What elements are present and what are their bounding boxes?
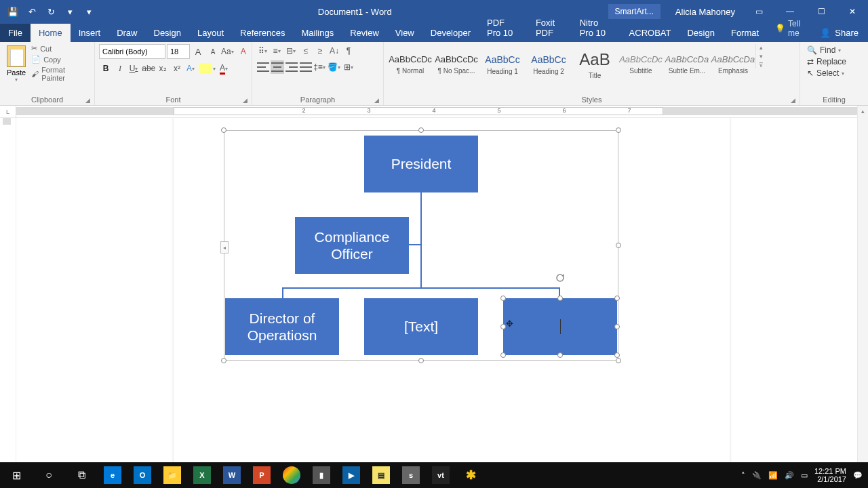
shape-handle-e[interactable]	[614, 324, 620, 329]
share-button[interactable]: 👤 Share	[810, 24, 868, 42]
taskbar-app5[interactable]: ✱	[456, 462, 486, 488]
resize-handle-e[interactable]	[616, 243, 621, 248]
tray-input-icon[interactable]: ▭	[801, 471, 808, 480]
style-item-7[interactable]: AaBbCcDaEmphasis	[711, 44, 755, 85]
style-item-0[interactable]: AaBbCcDc¶ Normal	[388, 44, 433, 85]
text-effects-button[interactable]: A▾	[184, 62, 198, 75]
tray-volume-icon[interactable]: 🔊	[785, 471, 794, 480]
taskbar-outlook[interactable]: O	[127, 462, 157, 488]
replace-button[interactable]: ⇄Replace	[807, 57, 846, 66]
copy-button[interactable]: 📄Copy	[31, 55, 90, 64]
clipboard-launcher[interactable]: ◢	[85, 97, 90, 104]
change-case-button[interactable]: Aa▾	[221, 45, 235, 58]
grow-font-button[interactable]: A	[191, 45, 205, 58]
tellme-search[interactable]: 💡 Tell me	[767, 15, 810, 42]
resize-handle-nw[interactable]	[221, 127, 226, 133]
shape-handle-n[interactable]	[557, 296, 563, 301]
clear-formatting-button[interactable]: A	[237, 45, 250, 58]
tab-home[interactable]: Home	[31, 24, 71, 42]
taskbar-word[interactable]: W	[217, 462, 247, 488]
undo-button[interactable]: ↶	[23, 3, 41, 20]
shape-handle-w[interactable]	[500, 324, 506, 329]
superscript-button[interactable]: x²	[170, 62, 184, 75]
scroll-up-button[interactable]: ▴	[858, 106, 868, 117]
style-item-3[interactable]: AaBbCcHeading 2	[526, 44, 571, 85]
org-box-president[interactable]: President	[364, 136, 478, 192]
tab-foxit[interactable]: Foxit PDF	[528, 14, 572, 42]
tab-insert[interactable]: Insert	[71, 24, 109, 42]
user-name[interactable]: Alicia Mahoney	[667, 7, 743, 17]
font-color-button[interactable]: A▾	[218, 62, 231, 75]
select-button[interactable]: ↖Select ▾	[807, 68, 846, 78]
taskbar-app1[interactable]: ▮	[307, 462, 336, 488]
resize-handle-ne[interactable]	[616, 127, 621, 133]
taskbar-app2[interactable]: ▶	[336, 462, 366, 488]
tab-review[interactable]: Review	[342, 24, 387, 42]
styles-more-button[interactable]: ▴▾⊽	[755, 44, 766, 68]
style-item-6[interactable]: AaBbCcDaSubtle Em...	[665, 44, 709, 85]
tab-selector[interactable]: L	[0, 106, 16, 118]
taskbar-powerpoint[interactable]: P	[247, 462, 277, 488]
tray-power-icon[interactable]: 🔌	[752, 471, 762, 480]
org-box-director[interactable]: Director of Operatiosn	[225, 298, 339, 355]
ruler[interactable]: L 2 3 4 5 6 7	[0, 106, 868, 118]
show-marks-button[interactable]: ¶	[342, 44, 355, 58]
styles-launcher[interactable]: ◢	[791, 97, 795, 104]
align-left-button[interactable]	[256, 60, 270, 74]
strikethrough-button[interactable]: abc	[142, 62, 155, 75]
shape-handle-nw[interactable]	[500, 296, 506, 301]
text-pane-toggle[interactable]: ◂	[220, 241, 229, 253]
smartart-frame[interactable]: ◂ President Compliance Officer Director …	[224, 130, 618, 361]
tab-acrobat[interactable]: ACROBAT	[621, 24, 679, 42]
subscript-button[interactable]: x₂	[156, 62, 170, 75]
justify-button[interactable]	[299, 60, 313, 74]
taskbar-app3[interactable]: s	[396, 462, 426, 488]
resize-handle-s[interactable]	[418, 358, 424, 363]
tab-draw[interactable]: Draw	[108, 24, 145, 42]
tray-notifications-icon[interactable]: 💬	[853, 471, 863, 480]
taskbar-app4[interactable]: vt	[426, 462, 456, 488]
tab-references[interactable]: References	[232, 24, 293, 42]
underline-button[interactable]: U▾	[127, 62, 141, 75]
system-clock[interactable]: 12:21 PM 2/1/2017	[814, 467, 846, 483]
paste-button[interactable]: Paste ▾	[4, 44, 28, 84]
rotate-handle[interactable]	[555, 272, 566, 283]
italic-button[interactable]: I	[113, 62, 127, 75]
styles-gallery[interactable]: AaBbCcDc¶ NormalAaBbCcDc¶ No Spac...AaBb…	[388, 44, 755, 85]
sort-button[interactable]: A↓	[328, 44, 341, 58]
shape-handle-ne[interactable]	[614, 296, 620, 301]
align-right-button[interactable]	[285, 60, 298, 74]
style-item-1[interactable]: AaBbCcDc¶ No Spac...	[434, 44, 479, 85]
tab-mailings[interactable]: Mailings	[294, 24, 342, 42]
taskbar-sticky[interactable]: ▤	[366, 462, 396, 488]
tab-pdfpro[interactable]: PDF Pro 10	[479, 14, 528, 42]
vertical-ruler[interactable]	[0, 118, 16, 462]
resize-handle-sw[interactable]	[221, 358, 226, 363]
qat-customize-button[interactable]: ▾	[80, 3, 98, 20]
font-launcher[interactable]: ◢	[243, 97, 248, 104]
format-painter-button[interactable]: 🖌Format Painter	[31, 66, 90, 82]
highlight-button[interactable]	[199, 63, 212, 74]
cut-button[interactable]: ✂Cut	[31, 44, 90, 53]
qat-more-button[interactable]: ▾	[61, 3, 79, 20]
find-button[interactable]: 🔍Find ▾	[807, 45, 846, 55]
vertical-scrollbar[interactable]: ▴	[857, 106, 868, 462]
org-box-right[interactable]	[503, 298, 617, 355]
shrink-font-button[interactable]: A	[206, 45, 220, 58]
shape-handle-s[interactable]	[557, 352, 563, 358]
task-view-button[interactable]: ⧉	[65, 462, 98, 488]
tray-chevron-icon[interactable]: ˄	[741, 471, 745, 480]
multilevel-button[interactable]: ⊟▾	[285, 44, 298, 58]
font-name-combo[interactable]: Calibri (Body)	[99, 44, 165, 59]
cortana-button[interactable]: ○	[33, 462, 65, 488]
tab-file[interactable]: File	[0, 24, 31, 42]
decrease-indent-button[interactable]: ≤	[299, 44, 313, 58]
style-item-4[interactable]: AaBTitle	[572, 44, 617, 85]
taskbar-edge[interactable]: e	[98, 462, 127, 488]
shading-button[interactable]: 🪣▾	[328, 60, 342, 74]
shape-handle-se[interactable]	[614, 352, 620, 358]
close-button[interactable]: ✕	[837, 0, 868, 23]
redo-button[interactable]: ↻	[42, 3, 60, 20]
tab-view[interactable]: View	[387, 24, 422, 42]
shape-handle-sw[interactable]	[500, 352, 506, 358]
